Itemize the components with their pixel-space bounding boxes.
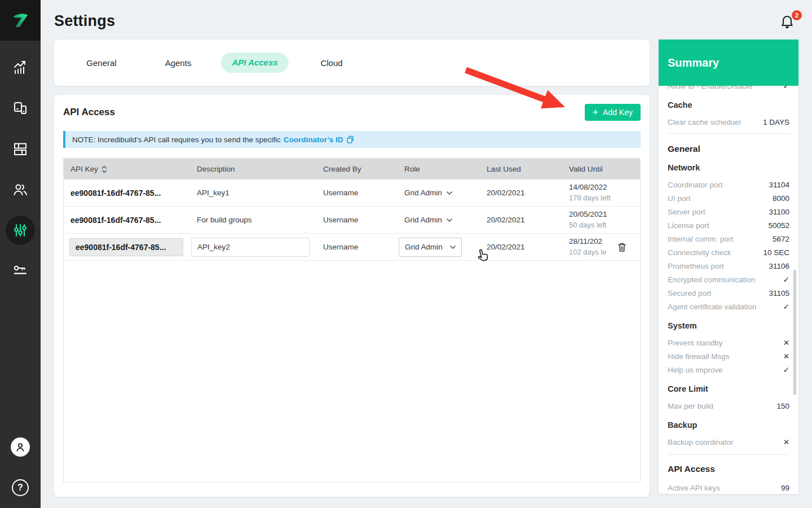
valid-until-cell: 20/05/2021 50 days left — [569, 209, 633, 230]
summary-row: Prevent standby✕ — [659, 336, 798, 349]
summary-row: UI port8000 — [659, 191, 798, 205]
page-title: Settings — [54, 12, 115, 30]
description-input[interactable] — [191, 238, 310, 257]
trash-icon — [616, 242, 628, 253]
summary-section-backup: Backup — [659, 421, 798, 430]
agents-icon — [12, 100, 28, 116]
sidebar-item-analytics[interactable] — [0, 47, 41, 88]
valid-until-cell: 14/08/2022 179 days left — [569, 182, 633, 203]
cross-icon: ✕ — [783, 437, 789, 446]
cross-icon: ✕ — [783, 338, 789, 347]
active-nav-highlight — [6, 216, 35, 245]
summary-row: Secured port31105 — [659, 286, 798, 300]
sidebar-item-settings[interactable] — [0, 210, 41, 251]
tab-general[interactable]: General — [63, 58, 140, 68]
license-key-icon — [12, 263, 28, 279]
col-header-valid-until: Valid Until — [569, 165, 633, 173]
copy-icon[interactable] — [346, 135, 355, 144]
chevron-down-icon — [447, 218, 452, 222]
panel-title: API Access — [63, 107, 115, 118]
check-icon: ✓ — [783, 365, 789, 374]
summary-row: Prometheus port31106 — [659, 259, 798, 273]
days-left: 50 days left — [569, 220, 633, 231]
summary-row: License port50052 — [659, 218, 798, 232]
projects-icon — [12, 141, 28, 157]
sidebar-item-users[interactable] — [0, 169, 41, 210]
sidebar-item-projects[interactable] — [0, 129, 41, 169]
api-access-panel: API Access + Add Key NOTE: Incredibuild’… — [54, 95, 650, 497]
table-row: ee90081f-16df-4767-85... API_key1 Userna… — [64, 179, 640, 207]
sidebar-item-help[interactable] — [0, 467, 41, 508]
last-used-value: 20/02/2021 — [487, 243, 569, 251]
summary-row: Help us improve✓ — [659, 363, 798, 376]
summary-row: Backup coordinator✕ — [659, 435, 798, 449]
created-by-value: Username — [323, 216, 404, 224]
chevron-down-icon — [447, 191, 452, 195]
description-value: For build groups — [197, 216, 323, 224]
api-key-value: ee90081f-16df-4767-85... — [70, 216, 197, 225]
summary-row: Connectivity check10 SEC — [659, 246, 798, 259]
created-by-value: Username — [323, 243, 404, 251]
notifications-button[interactable]: 2 — [779, 14, 800, 34]
col-header-role: Role — [404, 165, 487, 173]
col-header-api-key: API Key — [70, 165, 98, 173]
summary-section-api-access: API Access — [659, 464, 798, 474]
coordinator-id-link[interactable]: Coordinator’s ID — [284, 135, 343, 144]
chevron-down-icon — [450, 246, 456, 249]
last-used-value: 20/02/2021 — [487, 189, 569, 197]
summary-header: Summary — [659, 40, 798, 86]
incredibuild-logo-icon[interactable] — [0, 0, 41, 41]
role-dropdown[interactable]: Grid Admin — [404, 216, 487, 224]
add-key-button[interactable]: + Add Key — [585, 104, 641, 121]
created-by-value: Username — [323, 189, 404, 197]
scrolled-summary-row: Allow to - Enable/Disable ✓ — [659, 86, 798, 93]
summary-title: Summary — [668, 56, 719, 69]
tab-agents[interactable]: Agents — [140, 58, 217, 68]
sidebar-item-agents[interactable] — [0, 88, 41, 129]
summary-panel: Summary Allow to - Enable/Disable ✓ Cach… — [659, 40, 798, 494]
col-header-description: Description — [197, 165, 323, 173]
summary-section-system: System — [659, 321, 798, 330]
sidebar — [0, 0, 41, 508]
notification-badge: 2 — [792, 10, 802, 20]
summary-section-network: Network — [659, 163, 798, 172]
table-row: ee90081f-16df-4767-85... For build group… — [64, 207, 640, 234]
note-text: NOTE: Incredibuild’s API call requires y… — [72, 135, 281, 144]
note-banner: NOTE: Incredibuild’s API call requires y… — [63, 131, 641, 148]
last-used-value: 20/02/2021 — [487, 216, 569, 224]
table-row-editing: ee90081f-16df-4767-85... Username Grid A… — [64, 234, 640, 261]
sidebar-item-profile[interactable] — [0, 427, 41, 467]
role-select[interactable]: Grid Admin — [399, 238, 462, 257]
analytics-icon — [12, 60, 28, 76]
tab-api-access[interactable]: API Access — [221, 52, 289, 73]
api-keys-table: API Key Description Created By Role Last… — [63, 158, 641, 483]
summary-row: Clear cache scheduel 1 DAYS — [659, 115, 798, 129]
help-icon — [12, 479, 29, 496]
api-key-chip: ee90081f-16df-4767-85... — [69, 238, 183, 256]
sort-icon[interactable] — [102, 165, 107, 173]
table-header-row: API Key Description Created By Role Last… — [64, 159, 640, 179]
summary-scrollbar[interactable] — [793, 270, 796, 395]
divider — [668, 133, 789, 134]
sidebar-item-license[interactable] — [0, 251, 41, 291]
divider — [668, 454, 789, 455]
summary-row: Server port31100 — [659, 205, 798, 218]
user-avatar-icon — [11, 437, 30, 457]
tab-cloud[interactable]: Cloud — [293, 58, 370, 68]
users-icon — [12, 182, 28, 198]
summary-row: Agent certificate validation✓ — [659, 300, 798, 313]
summary-row: Encrypted communication✓ — [659, 273, 798, 286]
summary-section-core-limit: Core Limit — [659, 384, 798, 393]
summary-row: Active API keys99 — [659, 481, 798, 494]
days-left: 179 days left — [569, 193, 633, 204]
delete-key-button[interactable] — [616, 242, 628, 253]
settings-tabs: General Agents API Access Cloud — [54, 40, 650, 86]
check-icon: ✓ — [783, 302, 789, 311]
cross-icon: ✕ — [783, 352, 789, 361]
role-dropdown[interactable]: Grid Admin — [404, 189, 487, 197]
settings-sliders-icon — [12, 222, 28, 238]
plus-icon: + — [593, 107, 599, 117]
sidebar-nav — [0, 47, 41, 291]
summary-row: Hide firewall Msgs✕ — [659, 349, 798, 363]
summary-row: Max per build150 — [659, 399, 798, 413]
